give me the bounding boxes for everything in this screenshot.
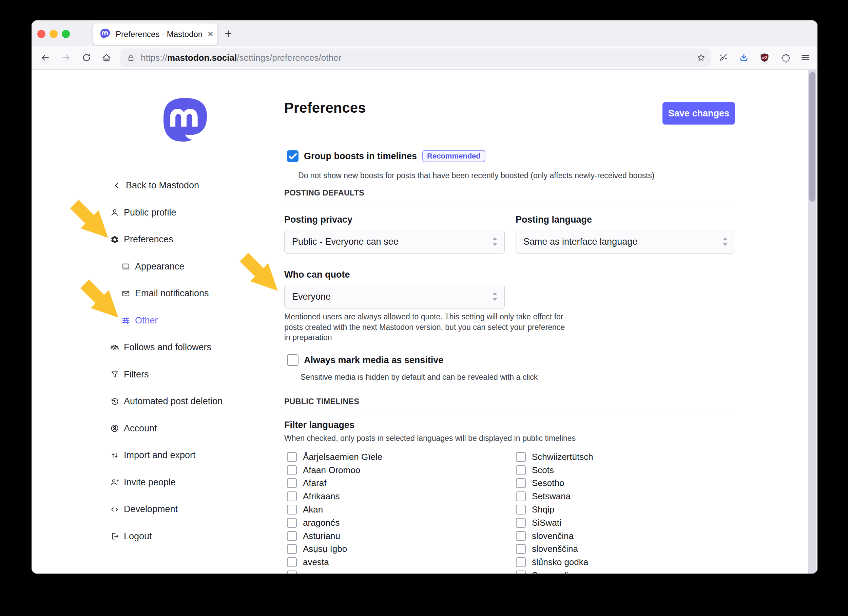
language-checkbox[interactable] bbox=[516, 531, 526, 541]
download-icon[interactable] bbox=[737, 50, 751, 65]
language-checkbox-row[interactable]: ślůnsko godka bbox=[516, 555, 733, 569]
sidebar-item-filters[interactable]: Filters bbox=[110, 367, 149, 382]
window-zoom-button[interactable] bbox=[62, 30, 70, 38]
sidebar-item-development[interactable]: Development bbox=[110, 502, 178, 517]
clear-browsing-broom-icon[interactable] bbox=[716, 50, 731, 65]
window-minimize-button[interactable] bbox=[49, 30, 58, 38]
language-checkbox-row[interactable]: Asụsụ Igbo bbox=[287, 543, 504, 556]
language-checkbox-row[interactable]: Soomaaliga bbox=[516, 569, 733, 574]
sliders-icon bbox=[122, 316, 130, 325]
sidebar-item-other[interactable]: Other bbox=[122, 313, 158, 328]
language-checkbox-row[interactable]: Afaraf bbox=[287, 477, 504, 490]
reload-icon[interactable] bbox=[79, 50, 94, 65]
language-checkbox-row[interactable]: Afrikaans bbox=[287, 490, 504, 503]
language-checkbox-row[interactable]: Scots bbox=[516, 464, 733, 477]
language-checkbox-row[interactable]: Asturianu bbox=[287, 530, 504, 543]
language-checkbox[interactable] bbox=[287, 518, 297, 528]
sidebar-item-follows-and-followers[interactable]: Follows and followers bbox=[110, 340, 211, 355]
new-tab-button[interactable]: + bbox=[221, 26, 236, 42]
language-checkbox[interactable] bbox=[287, 465, 297, 475]
language-checkbox[interactable] bbox=[516, 491, 526, 501]
language-checkbox-row[interactable]: Åarjelsaemien Gïele bbox=[287, 450, 504, 464]
forward-icon[interactable] bbox=[59, 50, 74, 65]
bookmark-star-icon[interactable] bbox=[694, 51, 708, 64]
language-checkbox[interactable] bbox=[287, 452, 297, 462]
recommended-badge: Recommended bbox=[422, 150, 485, 162]
language-checkbox[interactable] bbox=[287, 531, 297, 541]
language-checkbox-row[interactable]: Sesotho bbox=[516, 477, 733, 490]
select-arrows-icon bbox=[492, 291, 498, 303]
annotation-arrow-other bbox=[75, 274, 122, 321]
group-boosts-hint: Do not show new boosts for posts that ha… bbox=[298, 171, 655, 181]
sidebar-item-automated-post-deletion[interactable]: Automated post deletion bbox=[110, 394, 222, 409]
save-changes-button[interactable]: Save changes bbox=[663, 102, 735, 125]
language-checkbox-row[interactable]: slovenščina bbox=[516, 543, 733, 556]
language-checkbox-row[interactable]: aymar aru bbox=[287, 569, 504, 574]
language-checkbox-row[interactable]: slovenčina bbox=[516, 530, 733, 543]
sensitive-media-row: Always mark media as sensitive bbox=[287, 354, 443, 366]
language-checkbox-row[interactable]: aragonés bbox=[287, 516, 504, 530]
language-checkbox[interactable] bbox=[287, 557, 297, 567]
url-bar[interactable]: https://mastodon.social/settings/prefere… bbox=[120, 49, 711, 67]
back-icon[interactable] bbox=[38, 50, 53, 65]
language-checkbox[interactable] bbox=[287, 505, 297, 515]
language-checkbox-row[interactable]: avesta bbox=[287, 555, 504, 569]
sensitive-media-label: Always mark media as sensitive bbox=[304, 355, 443, 365]
language-checkbox[interactable] bbox=[287, 544, 297, 554]
language-checkbox[interactable] bbox=[516, 478, 526, 488]
language-checkbox[interactable] bbox=[516, 505, 526, 515]
sidebar-item-logout[interactable]: Logout bbox=[110, 529, 152, 544]
posting-language-select[interactable]: Same as interface language bbox=[516, 230, 735, 254]
back-to-mastodon-link[interactable]: Back to Mastodon bbox=[112, 178, 199, 193]
tab-close-icon[interactable]: ✕ bbox=[207, 30, 213, 39]
language-checkbox-row[interactable]: Setswana bbox=[516, 490, 733, 503]
sidebar-item-public-profile[interactable]: Public profile bbox=[110, 205, 176, 220]
tab-title: Preferences - Mastodon bbox=[116, 30, 203, 39]
browser-tab[interactable]: Preferences - Mastodon ✕ bbox=[93, 24, 218, 45]
extensions-puzzle-icon[interactable] bbox=[778, 50, 793, 65]
language-checkbox[interactable] bbox=[516, 452, 526, 462]
account-circle-icon bbox=[110, 424, 119, 433]
posting-language-label: Posting language bbox=[516, 215, 592, 225]
sensitive-media-hint: Sensitive media is hidden by default and… bbox=[301, 372, 538, 383]
posting-privacy-select[interactable]: Public - Everyone can see bbox=[284, 230, 505, 254]
menu-hamburger-icon[interactable] bbox=[798, 50, 813, 65]
ublock-shield-icon[interactable]: uO bbox=[757, 50, 772, 65]
sidebar-item-preferences[interactable]: Preferences bbox=[110, 232, 173, 247]
sidebar-item-import-and-export[interactable]: Import and export bbox=[110, 448, 196, 463]
lock-icon bbox=[126, 53, 135, 62]
section-public-timelines: PUBLIC TIMELINES bbox=[284, 397, 359, 406]
language-checkbox[interactable] bbox=[516, 557, 526, 567]
who-can-quote-select[interactable]: Everyone bbox=[284, 285, 505, 309]
language-checkbox[interactable] bbox=[516, 544, 526, 554]
language-checkbox[interactable] bbox=[516, 518, 526, 528]
sidebar-item-account[interactable]: Account bbox=[110, 421, 157, 436]
svg-text:uO: uO bbox=[762, 56, 767, 59]
home-icon[interactable] bbox=[99, 50, 114, 65]
monitor-icon bbox=[122, 262, 130, 271]
section-posting-defaults: POSTING DEFAULTS bbox=[284, 189, 364, 197]
sidebar-item-email-notifications[interactable]: Email notifications bbox=[122, 286, 209, 301]
language-checkbox-row[interactable]: Schwiizertütsch bbox=[516, 450, 733, 464]
page-content: Back to Mastodon Public profile Preferen… bbox=[31, 70, 817, 574]
language-list-column-1: Åarjelsaemien Gïele Afaan Oromoo Afaraf … bbox=[287, 450, 504, 574]
scrollbar-track[interactable] bbox=[808, 70, 817, 574]
language-checkbox-row[interactable]: SiSwati bbox=[516, 516, 733, 530]
language-checkbox-row[interactable]: Shqip bbox=[516, 503, 733, 516]
language-checkbox[interactable] bbox=[516, 465, 526, 475]
sensitive-media-checkbox[interactable] bbox=[287, 354, 298, 366]
filter-languages-label: Filter languages bbox=[284, 420, 354, 430]
sidebar-item-invite-people[interactable]: Invite people bbox=[110, 475, 176, 490]
window-close-button[interactable] bbox=[37, 30, 46, 38]
language-checkbox[interactable] bbox=[287, 478, 297, 488]
sidebar-item-appearance[interactable]: Appearance bbox=[122, 259, 185, 274]
language-checkbox[interactable] bbox=[287, 491, 297, 501]
language-checkbox-row[interactable]: Akan bbox=[287, 503, 504, 516]
annotation-arrow-preferences bbox=[64, 194, 112, 242]
scrollbar-thumb[interactable] bbox=[809, 72, 815, 202]
code-icon bbox=[110, 505, 119, 514]
language-checkbox[interactable] bbox=[516, 570, 526, 574]
language-checkbox-row[interactable]: Afaan Oromoo bbox=[287, 464, 504, 477]
language-checkbox[interactable] bbox=[287, 570, 297, 574]
group-boosts-checkbox[interactable] bbox=[287, 150, 298, 162]
